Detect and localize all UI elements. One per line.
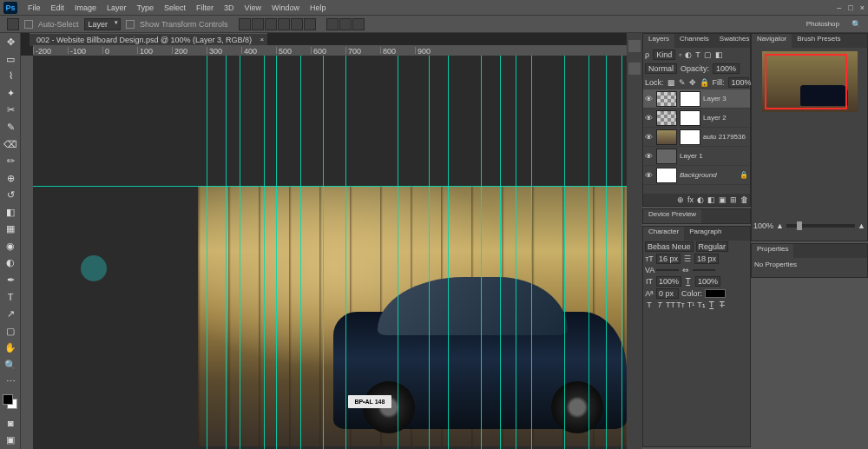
guide-vertical[interactable] [481,56,482,449]
layer-mask-thumbnail[interactable] [680,129,700,145]
menu-layer[interactable]: Layer [102,3,132,12]
shape-tool-icon[interactable]: ▢ [2,323,19,339]
vscale[interactable]: 100% [656,276,681,287]
maximize-icon[interactable]: □ [848,3,852,12]
guide-vertical[interactable] [448,56,449,449]
tab-layers[interactable]: Layers [643,34,674,48]
align-icon[interactable] [304,18,316,30]
ruler-vertical[interactable] [21,56,33,449]
tab-device-preview[interactable]: Device Preview [643,209,701,223]
color-swatches[interactable] [3,394,18,410]
quick-mask-icon[interactable]: ◙ [2,415,19,431]
layer-name[interactable]: Layer 3 [703,95,748,102]
eyedropper-tool-icon[interactable]: ✎ [2,120,19,135]
move-tool-preset-icon[interactable] [7,18,19,30]
marquee-tool-icon[interactable]: ▭ [2,52,19,68]
visibility-icon[interactable]: 👁 [645,133,654,142]
guide-vertical[interactable] [531,56,532,449]
filter-img-icon[interactable]: ▫ [679,50,681,59]
distribute-icon[interactable] [352,18,365,30]
guide-vertical[interactable] [606,56,607,449]
auto-select-checkbox[interactable] [24,20,33,29]
guide-vertical[interactable] [207,56,207,449]
baseline[interactable]: 0 px [656,288,679,299]
screen-mode-icon[interactable]: ▣ [2,432,19,448]
stamp-tool-icon[interactable]: ⊕ [2,170,19,186]
menu-file[interactable]: File [23,3,46,12]
filter-adj-icon[interactable]: ◐ [685,50,692,59]
align-icon[interactable] [252,18,264,30]
layer-thumbnail[interactable] [656,168,677,183]
menu-3d[interactable]: 3D [219,3,240,12]
show-transform-checkbox[interactable] [126,20,135,29]
guide-vertical[interactable] [345,56,346,449]
layer-action-icon[interactable]: ⊕ [677,195,684,204]
guide-vertical[interactable] [323,56,324,449]
layer-row[interactable]: 👁Layer 2 [643,109,750,128]
layer-action-icon[interactable]: ▣ [719,195,727,204]
search-icon[interactable]: 🔍 [852,20,861,29]
tab-brush-presets[interactable]: Brush Presets [792,34,845,48]
type-tool-icon[interactable]: T [2,289,19,305]
superscript-icon[interactable]: T¹ [687,300,695,309]
gradient-tool-icon[interactable]: ▦ [2,221,19,237]
tab-navigator[interactable]: Navigator [752,34,792,48]
distribute-icon[interactable] [326,18,339,30]
fill-value[interactable]: 100% [728,77,749,88]
zoom-in-icon[interactable]: ▲ [858,221,865,230]
ruler-horizontal[interactable]: -200-1000100200300400500600700800900 [33,45,627,56]
close-icon[interactable]: × [860,3,865,12]
guide-vertical[interactable] [240,56,240,449]
navigator-viewport[interactable] [765,54,847,109]
guide-vertical[interactable] [226,56,227,449]
tab-properties[interactable]: Properties [752,244,793,258]
italic-icon[interactable]: T [655,300,664,309]
layer-action-icon[interactable]: ◐ [697,195,704,204]
blend-mode[interactable]: Normal [645,63,677,74]
eraser-tool-icon[interactable]: ◧ [2,204,19,220]
tab-swatches[interactable]: Swatches [714,34,755,48]
pen-tool-icon[interactable]: ✒ [2,273,19,288]
layer-action-icon[interactable]: ⊞ [730,195,737,204]
guide-vertical[interactable] [398,56,398,449]
tab-channels[interactable]: Channels [674,34,714,48]
zoom-slider[interactable] [786,224,855,228]
move-tool-icon[interactable]: ✥ [2,35,19,50]
zoom-value[interactable]: 100% [753,221,773,230]
smallcaps-icon[interactable]: Tт [676,300,685,309]
path-tool-icon[interactable]: ↗ [2,307,19,322]
layer-name[interactable]: auto 2179536 [703,133,748,141]
layer-thumbnail[interactable] [656,91,677,107]
tab-character[interactable]: Character [643,227,684,241]
lock-pixels-icon[interactable]: ✎ [679,78,686,87]
menu-edit[interactable]: Edit [46,3,70,12]
minimize-icon[interactable]: – [837,3,841,12]
menu-window[interactable]: Window [266,3,305,12]
filter-type-icon[interactable]: T [695,50,700,59]
layer-name[interactable]: Layer 1 [680,152,748,160]
zoom-tool-icon[interactable]: 🔍 [2,357,19,373]
hscale[interactable]: 100% [695,276,720,287]
align-icon[interactable] [265,18,277,30]
dodge-tool-icon[interactable]: ◐ [2,255,19,271]
auto-select-target[interactable]: Layer [84,18,122,30]
filter-shape-icon[interactable]: ▢ [704,50,712,59]
layer-mask-thumbnail[interactable] [680,110,700,126]
actions-panel-icon[interactable] [628,63,641,75]
menu-select[interactable]: Select [159,3,191,12]
bold-icon[interactable]: T [645,300,654,309]
layer-action-icon[interactable]: 🗑 [740,195,748,204]
layer-thumbnail[interactable] [656,110,677,126]
font-size[interactable]: 16 px [656,254,681,264]
history-panel-icon[interactable] [628,40,641,52]
magic-wand-tool-icon[interactable]: ✦ [2,86,19,102]
layer-action-icon[interactable]: ◧ [707,195,715,204]
visibility-icon[interactable]: 👁 [645,152,654,161]
leading[interactable]: 18 px [694,254,719,264]
underline-icon[interactable]: T̲ [707,300,716,309]
distribute-icon[interactable] [339,18,352,30]
layer-row[interactable]: 👁Layer 1 [643,147,750,166]
menu-help[interactable]: Help [305,3,332,12]
guide-vertical[interactable] [621,56,622,449]
layer-row[interactable]: 👁Background🔒 [643,166,750,185]
